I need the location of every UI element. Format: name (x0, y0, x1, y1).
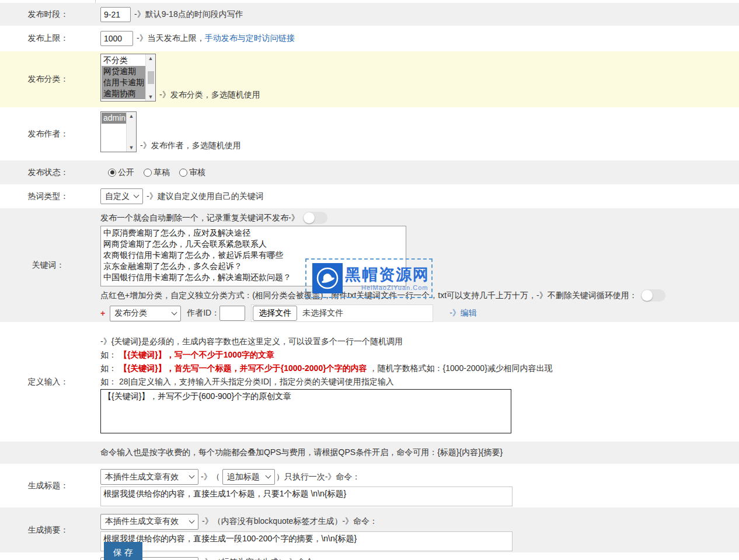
category-option[interactable]: 逾期协商 (102, 88, 145, 99)
category-option[interactable]: 不分类 (102, 55, 145, 66)
keep-keywords-toggle[interactable] (641, 289, 665, 302)
row-publish-category: 发布分类： 不分类 网贷逾期 信用卡逾期 逾期协商 ▲ ▼ -》发布分类，多选随… (0, 51, 739, 107)
publish-category-listbox[interactable]: 不分类 网贷逾期 信用卡逾期 逾期协商 ▲ ▼ (100, 54, 156, 102)
define-input-example1: 如： 【{关键词}】，写一个不少于1000字的文章 (100, 350, 274, 360)
keywords-toggle1-text: 发布一个就会自动删除一个，记录重复关键词不发布-》 (100, 213, 299, 223)
hotword-type-desc: -》建议自定义使用自己的关键词 (147, 191, 264, 202)
row-publish-status: 发布状态： 公开 草稿 审核 (0, 160, 739, 184)
publish-period-input[interactable] (100, 7, 131, 22)
plugin-settings-page: 发布时段： -》默认9-18点的时间段内写作 发布上限： -》当天发布上限， 手… (0, 0, 739, 560)
gen-title-scope-select[interactable]: 本插件生成文章有效 (100, 469, 198, 485)
publish-period-desc: -》默认9-18点的时间段内写作 (134, 9, 243, 20)
row-gen-title: 生成标题： 本插件生成文章有效 -》（ 追加标题 ）只执行一次-》命令： 根据我… (0, 464, 739, 508)
keyword-category-select[interactable]: 发布分类 (110, 306, 181, 321)
define-input-example2: 如： 【{关键词}】，首先写一个标题，并写不少于{1000-2000}个字的内容… (100, 363, 553, 374)
gen-title-mode-select[interactable]: 追加标题 (222, 469, 275, 485)
publish-limit-label: 发布上限： (0, 26, 96, 51)
example2-rest: ，随机字数格式如：{1000-2000}减少相同内容出现 (370, 363, 553, 373)
category-option[interactable]: 网贷逾期 (102, 66, 145, 77)
gen-excerpt-mid: -》（内容没有blockquote标签才生成）-》命令： (202, 516, 378, 527)
status-radio-draft[interactable]: 草稿 (144, 167, 170, 178)
example-prefix: 如： (100, 377, 117, 386)
chevron-down-icon (134, 192, 140, 198)
hotword-type-value: 自定义 (105, 191, 130, 202)
add-category-button[interactable]: + (100, 309, 105, 318)
hotword-type-select[interactable]: 自定义 (100, 188, 143, 204)
author-id-label: 作者ID： (187, 308, 219, 318)
keywords-hint: 点红色+增加分类，自定义独立分类方式：(相同分类会被覆盖)，附件txt关键词文件… (100, 290, 637, 301)
example3-text: 28|自定义输入，支持输入开头指定分类ID|，指定分类的关键词使用指定输入 (119, 377, 394, 386)
scroll-down-icon[interactable]: ▼ (129, 145, 134, 150)
row-hotword-type: 热词类型： 自定义 -》建议自定义使用自己的关键词 (0, 184, 739, 208)
define-input-textarea[interactable]: 【{关键词}】，并写不少于{600-900}个字的原创文章 (100, 389, 511, 433)
row-publish-period: 发布时段： -》默认9-18点的时间段内写作 (0, 3, 739, 26)
scrollbar-thumb[interactable] (148, 71, 154, 84)
keyword-category-value: 发布分类 (114, 308, 147, 318)
hotword-type-label: 热词类型： (0, 184, 96, 208)
listbox-scrollbar[interactable]: ▲ ▼ (145, 54, 155, 101)
gen-tags-mid: -》（标签为空才生成）-》命令： (202, 557, 322, 560)
top-strip (0, 0, 739, 3)
gen-title-scope-value: 本插件生成文章有效 (105, 472, 179, 482)
radio-icon (144, 169, 152, 177)
gen-title-arrow: -》（ (201, 472, 220, 482)
gen-title-mode-value: 追加标题 (227, 472, 260, 482)
gen-excerpt-scope-select[interactable]: 本插件生成文章有效 (100, 514, 198, 530)
example-prefix: 如： (100, 350, 117, 359)
category-option[interactable]: 信用卡逾期 (102, 77, 145, 88)
scroll-up-icon[interactable]: ▲ (129, 113, 134, 119)
example2-red: 【{关键词}】，首先写一个标题，并写不少于{1000-2000}个字的内容 (119, 363, 367, 373)
publish-limit-input[interactable] (100, 31, 133, 46)
manual-publish-link[interactable]: 手动发布与定时访问链接 (205, 33, 295, 44)
delete-after-publish-toggle[interactable] (303, 212, 327, 224)
publish-status-label: 发布状态： (0, 160, 96, 184)
gen-title-label: 生成标题： (0, 464, 96, 508)
example-prefix: 如： (100, 363, 117, 373)
chevron-down-icon (265, 473, 271, 479)
gen-title-after: ）只执行一次-》命令： (276, 472, 361, 482)
command-note-text: 命令输入也是按字收费的，每个功能都会叠加QPS与费用，请根据QPS条件开启，命令… (100, 447, 503, 458)
command-note-empty-label (0, 442, 96, 464)
gen-title-command-textarea[interactable]: 根据我提供给你的内容，直接生成1个标题，只要1个标题 \n\n{标题} (100, 487, 513, 506)
status-radio-label: 公开 (118, 167, 134, 178)
keywords-label: 关键词： (0, 208, 96, 322)
publish-author-label: 发布作者： (0, 107, 96, 160)
author-option[interactable]: admin (102, 113, 126, 124)
row-define-input: 定义输入： -》{关键词}是必须的，生成内容字数也在这里定义，可以设置多个一行一… (0, 322, 739, 442)
radio-selected-icon (108, 169, 116, 177)
chevron-down-icon (189, 473, 195, 479)
save-button[interactable]: 保 存 (104, 542, 142, 560)
gen-excerpt-scope-value: 本插件生成文章有效 (105, 516, 179, 527)
row-publish-limit: 发布上限： -》当天发布上限， 手动发布与定时访问链接 (0, 26, 739, 51)
radio-icon (179, 169, 187, 177)
publish-limit-desc: -》当天发布上限， (137, 33, 205, 44)
scroll-up-icon[interactable]: ▲ (148, 55, 154, 61)
gen-tags-empty-label (0, 552, 96, 560)
status-radio-label: 草稿 (154, 167, 170, 178)
example1-red: 【{关键词}】，写一个不少于1000字的文章 (119, 350, 274, 359)
scroll-down-icon[interactable]: ▼ (148, 94, 154, 100)
author-id-input[interactable] (219, 306, 245, 321)
status-radio-review[interactable]: 审核 (179, 167, 205, 178)
keywords-textarea[interactable]: 中原消费逾期了怎么办，应对及解决途径 网商贷逾期了怎么办，几天会联系紧急联系人 … (100, 226, 406, 286)
edit-link[interactable]: 编辑 (461, 308, 477, 318)
publish-author-desc: -》发布作者，多选随机使用 (140, 141, 241, 151)
file-upload-box: 选择文件 未选择文件 (251, 304, 433, 322)
gen-excerpt-command-textarea[interactable]: 根据我提供给你的内容，直接生成一段100-200个字的摘要，\n\n{标题} (100, 531, 513, 551)
publish-category-label: 发布分类： (0, 51, 96, 107)
chevron-down-icon (172, 309, 177, 315)
publish-author-listbox[interactable]: admin ▲ ▼ (100, 111, 137, 152)
status-radio-public[interactable]: 公开 (108, 167, 134, 178)
row-command-note: 命令输入也是按字收费的，每个功能都会叠加QPS与费用，请根据QPS条件开启，命令… (0, 442, 739, 464)
status-radio-label: 审核 (189, 167, 205, 178)
chevron-down-icon (189, 517, 195, 523)
publish-period-label: 发布时段： (0, 3, 96, 26)
file-status-text: 未选择文件 (302, 308, 343, 318)
define-input-example3: 如： 28|自定义输入，支持输入开头指定分类ID|，指定分类的关键词使用指定输入 (100, 377, 394, 387)
gen-excerpt-label: 生成摘要： (0, 508, 96, 552)
define-input-label: 定义输入： (0, 322, 96, 442)
listbox-scrollbar[interactable]: ▲ ▼ (126, 112, 136, 152)
row-keywords: 关键词： 发布一个就会自动删除一个，记录重复关键词不发布-》 中原消费逾期了怎么… (0, 208, 739, 322)
choose-file-button[interactable]: 选择文件 (253, 306, 297, 321)
publish-category-desc: -》发布分类，多选随机使用 (159, 90, 260, 100)
